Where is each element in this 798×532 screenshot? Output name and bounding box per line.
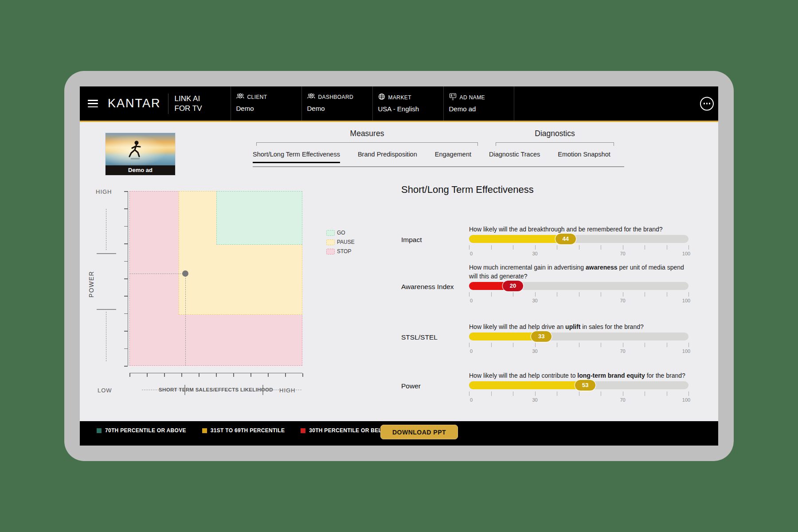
x-axis-cap-right [262,385,263,395]
legend-item-70th-above: 70TH PERCENTILE OR ABOVE [97,427,186,434]
y-axis-cap-top [97,253,116,254]
legend-item-pause: PAUSE [326,239,355,245]
score-bar-fill [469,381,585,389]
legend-item-go: GO [326,230,355,236]
metric-question: How likely will the ad help drive an upl… [469,322,688,331]
legend-label: PAUSE [337,239,355,245]
tab-group-measures: Measures [256,129,478,138]
tablet-frame: KANTAR LINK AI FOR TV CLIENT Demo [64,71,734,461]
score-badge: 53 [575,380,595,391]
tab-diagnostic-traces[interactable]: Diagnostic Traces [489,151,540,163]
legend-label: 70TH PERCENTILE OR ABOVE [105,427,186,434]
nav-dashboard-value: Demo [307,105,372,112]
red-square-icon [301,428,305,433]
x-axis-ruler [129,373,302,377]
nav-adname-value: Demo ad [449,105,514,113]
nav-label: CLIENT [247,94,267,100]
score-scale-labels: 03070100 [469,298,688,304]
diagnostics-bracket [496,142,614,146]
measures-bracket [256,142,478,146]
quadrant-legend: GO PAUSE STOP [326,230,355,258]
percentile-legend: 70TH PERCENTILE OR ABOVE 31ST TO 69TH PE… [97,427,391,434]
app-screen: KANTAR LINK AI FOR TV CLIENT Demo [80,86,718,446]
tab-rule [253,166,624,167]
score-bar: 33 [469,332,688,340]
score-bar: 20 [469,282,688,290]
score-scale-labels: 03070100 [469,251,688,257]
legend-swatch-go [326,230,335,236]
panel-title: Short/Long Term Effectiveness [401,184,534,196]
product-line2: FOR TV [175,104,206,113]
globe-icon [378,93,385,102]
header-nav: CLIENT Demo DASHBOARD Demo [231,86,514,121]
score-bar: 44 [469,235,688,243]
legend-label: 31ST TO 69TH PERCENTILE [211,427,285,434]
more-options-button[interactable] [700,97,714,110]
nav-dashboard-selector[interactable]: DASHBOARD Demo [301,86,372,121]
nav-market-selector[interactable]: MARKET USA - English [372,86,443,121]
legend-item-31st-69th: 31ST TO 69TH PERCENTILE [202,427,285,434]
tab-group-diagnostics: Diagnostics [496,129,614,138]
score-bar: 53 [469,381,688,389]
legend-item-30th-below: 30TH PERCENTILE OR BELOW [301,427,391,434]
tab-engagement[interactable]: Engagement [435,151,471,163]
metric-question: How likely will the ad breakthrough and … [469,225,688,234]
y-axis-dash-bottom [106,312,106,361]
header-divider [168,94,168,114]
quadrant-plot [129,191,302,366]
y-axis-dash-top [106,209,106,250]
legend-swatch-pause [326,239,335,245]
legend-label: 30TH PERCENTILE OR BELOW [309,427,391,434]
stage-background: KANTAR LINK AI FOR TV CLIENT Demo [0,0,798,532]
score-scale-labels: 03070100 [469,348,688,354]
point-crosshair-horizontal [129,274,185,274]
nav-client-selector[interactable]: CLIENT Demo [231,86,301,121]
tab-short-long-term-effectiveness[interactable]: Short/Long Term Effectiveness [253,151,340,163]
legend-swatch-stop [326,249,335,254]
users-icon [236,93,244,101]
score-badge: 44 [555,234,576,244]
yellow-square-icon [202,428,207,433]
tab-emotion-snapshot[interactable]: Emotion Snapshot [558,151,610,163]
users-icon [307,93,315,101]
legend-label: STOP [337,248,351,254]
score-scale-ticks [469,343,688,347]
ad-thumbnail[interactable]: Demo ad [106,133,175,175]
teal-square-icon [97,428,102,433]
brand-logo: KANTAR [108,97,161,110]
product-name: LINK AI FOR TV [175,94,206,113]
nav-label: AD NAME [460,94,485,101]
product-line1: LINK AI [175,94,206,104]
score-scale-ticks [469,391,688,396]
score-badge: 20 [503,281,523,291]
nav-label: DASHBOARD [318,94,354,100]
score-scale-ticks [469,292,688,297]
score-bar-fill [469,332,541,340]
x-axis-high-label: HIGH [279,387,296,394]
metric-label: STSL/STEL [401,333,438,341]
nav-client-value: Demo [236,105,301,112]
y-axis-ruler [124,191,128,366]
download-ppt-button[interactable]: DOWNLOAD PPT [380,425,458,439]
ad-data-point[interactable] [182,270,188,277]
nav-adname-selector[interactable]: AD NAME Demo ad [443,86,514,121]
tab-row: Short/Long Term Effectiveness Brand Pred… [253,151,610,163]
x-axis-low-label: LOW [98,387,112,394]
metric-label: Awareness Index [401,283,454,291]
metric-label: Power [401,382,421,390]
ad-thumbnail-caption: Demo ad [106,165,175,175]
y-axis-cap-bottom [97,309,116,310]
ad-board-icon [449,93,457,102]
metric-row-stsl-stel: STSL/STEL How likely will the ad help dr… [401,322,688,354]
tab-brand-predisposition[interactable]: Brand Predisposition [358,151,417,163]
nav-label: MARKET [388,94,411,101]
hamburger-menu-icon[interactable] [88,100,98,107]
score-scale-ticks [469,245,688,250]
metric-question: How much incremental gain in advertising… [469,263,688,281]
region-go [216,191,302,245]
metric-label: Impact [401,236,422,244]
score-scale-labels: 03070100 [469,397,688,403]
score-badge: 33 [531,331,552,342]
legend-item-stop: STOP [326,248,355,254]
top-bar: KANTAR LINK AI FOR TV CLIENT Demo [80,86,718,122]
